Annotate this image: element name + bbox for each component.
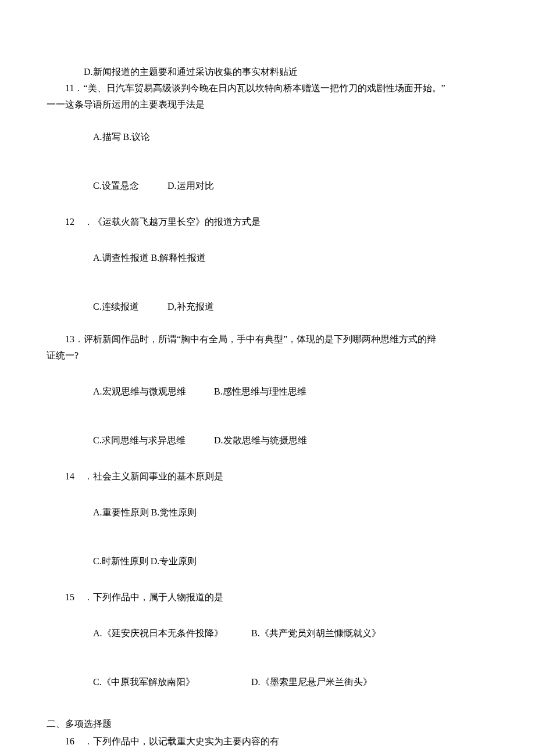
q13-number: 13: [65, 334, 74, 344]
q11-option-b: B.议论: [123, 129, 151, 145]
q11-stem-cont: 一一这条导语所运用的主要表现手法是: [47, 96, 488, 113]
section-2-heading: 二、多项选择题: [47, 716, 488, 732]
q10-option-d: D.新闻报道的主题要和通过采访收集的事实材料贴近: [47, 64, 488, 80]
q15-option-c: C.《中原我军解放南阳》: [93, 674, 251, 690]
q14-option-b: B.党性原则: [151, 504, 197, 521]
q11-options-row1: A.描写 B.议论: [47, 113, 488, 162]
q11-option-a: A.描写: [93, 129, 121, 145]
q14-option-c: C.时新性原则: [93, 553, 148, 569]
q13-option-a: A.宏观思维与微观思维: [93, 384, 214, 400]
q12-option-c: C.连续报道: [93, 299, 167, 315]
q12-option-b: B.解释性报道: [151, 250, 206, 266]
q11-number: 11: [65, 83, 74, 93]
q16-number: 16: [65, 736, 74, 746]
q13-option-d: D.发散思维与统摄思维: [214, 432, 307, 449]
q14-option-a: A.重要性原则: [93, 504, 149, 521]
q16-stem: 16 ．下列作品中，以记载重大史实为主要内容的有: [47, 733, 488, 750]
q15-option-a: A.《延安庆祝日本无条件投降》: [93, 625, 251, 642]
q15-stem: 15 ．下列作品中，属于人物报道的是: [47, 589, 488, 605]
q14-options-row1: A.重要性原则 B.党性原则: [47, 488, 488, 537]
q11-stem: 11．“美、日汽车贸易高级谈判今晚在日内瓦以坎特向桥本赠送一把竹刀的戏剧性场面开…: [47, 80, 488, 96]
q12-options-row1: A.调查性报道 B.解释性报道: [47, 234, 488, 282]
q12-option-d: D,补充报道: [167, 299, 214, 315]
q16-options-row1: A.《上海严寒》B.《我三十万大军胜利南渡长江》: [47, 753, 488, 756]
q15-options-row2: C.《中原我军解放南阳》D.《墨索里尼悬尸米兰街头》: [47, 658, 488, 707]
q12-number: 12: [65, 217, 74, 227]
q11-option-c: C.设置悬念: [93, 178, 167, 194]
q13-option-c: C.求同思维与求异思维: [93, 432, 214, 449]
q15-option-d: D.《墨索里尼悬尸米兰街头》: [251, 674, 372, 690]
q14-options-row2: C.时新性原则 D.专业原则: [47, 537, 488, 586]
q11-options-row2: C.设置悬念D.运用对比: [47, 162, 488, 210]
q12-option-a: A.调查性报道: [93, 250, 149, 266]
q14-number: 14: [65, 471, 74, 481]
q13-stem-cont: 证统一?: [47, 347, 488, 364]
q12-options-row2: C.连续报道D,补充报道: [47, 282, 488, 331]
q13-stem: 13．评析新闻作品时，所谓“胸中有全局，手中有典型”，体现的是下列哪两种思维方式…: [47, 331, 488, 347]
q13-options-row2: C.求同思维与求异思维D.发散思维与统摄思维: [47, 416, 488, 465]
q15-number: 15: [65, 592, 74, 602]
q12-stem: 12 ．《运载火箭飞越万里长空》的报道方式是: [47, 214, 488, 230]
q15-option-b: B.《共产党员刘胡兰慷慨就义》: [251, 625, 381, 642]
q13-option-b: B.感性思维与理性思维: [214, 384, 306, 400]
q14-stem: 14 ．社会主义新闻事业的基本原则是: [47, 468, 488, 485]
q13-options-row1: A.宏观思维与微观思维B.感性思维与理性思维: [47, 367, 488, 416]
q15-options-row1: A.《延安庆祝日本无条件投降》B.《共产党员刘胡兰慷慨就义》: [47, 609, 488, 658]
q14-option-d: D.专业原则: [151, 553, 197, 569]
q11-option-d: D.运用对比: [167, 178, 214, 194]
